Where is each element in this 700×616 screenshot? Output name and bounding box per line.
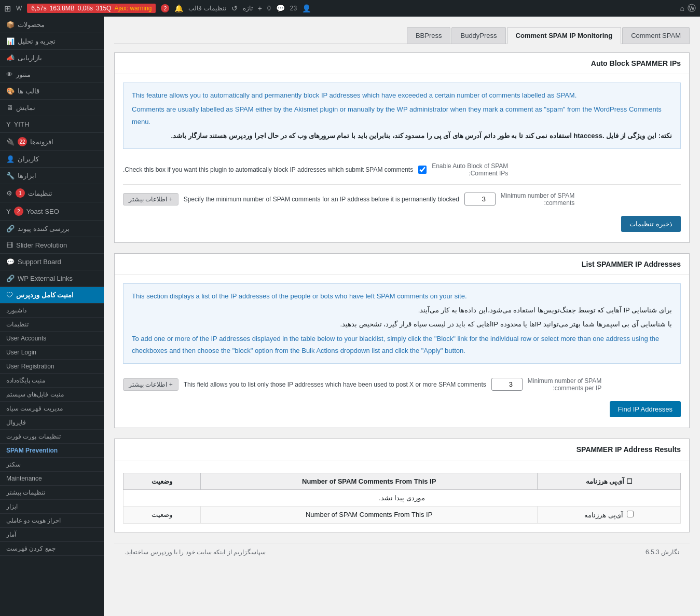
- settings-badge: 1: [16, 188, 25, 198]
- sidebar-item-analytics[interactable]: تجزیه و تحلیل 📊: [0, 33, 104, 50]
- list-info-line4: To add one or more of the IP addresses d…: [132, 333, 672, 357]
- submenu-2fa-label: احراز هویت دو عاملی: [6, 517, 61, 524]
- min-per-ip-input[interactable]: [491, 378, 523, 391]
- info-line2: Comments are usually labelled as SPAM ei…: [132, 103, 672, 128]
- analytics-label: تجزیه و تحلیل: [18, 37, 56, 45]
- users-count[interactable]: 23: [290, 5, 297, 12]
- main-layout: محصولات 📦 تجزیه و تحلیل 📊 بازاریابی 📣 من…: [0, 17, 700, 616]
- comments-count[interactable]: 0: [267, 5, 271, 12]
- products-label: محصولات: [18, 21, 45, 29]
- list-spammer-section: List SPAMMER IP Addresses This section d…: [114, 253, 690, 428]
- submenu-collapse[interactable]: جمع کردن فهرست: [0, 542, 104, 556]
- wp-logo[interactable]: ⊞: [4, 4, 11, 13]
- sidebar-item-plugins[interactable]: افزونه‌ها 22 🔌: [0, 133, 104, 151]
- admin-sidebar: محصولات 📦 تجزیه و تحلیل 📊 بازاریابی 📣 من…: [0, 17, 104, 616]
- slider-icon: 🎞: [6, 241, 13, 249]
- table-header-ip: ☐ آی‌پی هرزنامه: [538, 473, 681, 489]
- min-spam-input[interactable]: [464, 193, 496, 206]
- user-icon[interactable]: 👤: [302, 4, 311, 12]
- comment-icon[interactable]: 💬: [276, 4, 285, 12]
- bell-icon[interactable]: 🔔: [174, 4, 183, 12]
- footer-text: سپاسگزاریم از اینکه سایت خود را با وردپر…: [125, 549, 266, 556]
- submenu-db-security[interactable]: منیت پایگاه‌داده: [0, 374, 104, 388]
- submenu-blacklist[interactable]: مدیریت فهرست سیاه: [0, 402, 104, 416]
- submenu-user-registration[interactable]: User Registration: [0, 360, 104, 374]
- wp-version: نگارش 6.5.3: [646, 549, 679, 556]
- save-settings-btn-1[interactable]: ذخیره تنظیمات: [621, 216, 681, 232]
- sidebar-item-products[interactable]: محصولات 📦: [0, 17, 104, 33]
- sidebar-item-templates[interactable]: قالب ها 🎨: [0, 83, 104, 100]
- sidebar-item-display[interactable]: نمایش 🖥: [0, 100, 104, 116]
- submenu-db-security-label: منیت پایگاه‌داده: [6, 377, 45, 384]
- submenu-tools[interactable]: ابزار: [0, 500, 104, 514]
- sidebar-item-all-in-one-security[interactable]: امنیت کامل وردپرس 🛡: [0, 287, 104, 304]
- home-icon[interactable]: ⌂: [680, 4, 684, 12]
- submenu-misc-settings[interactable]: تنظیمات بیشتر: [0, 486, 104, 500]
- sidebar-item-external-links[interactable]: WP External Links 🔗: [0, 270, 104, 287]
- submenu-user-registration-label: User Registration: [6, 363, 54, 370]
- table-cell-status-2: وضعیت: [123, 506, 201, 523]
- enable-desc: Check this box if you want this plugin t…: [123, 166, 413, 173]
- sidebar-item-mentor[interactable]: منتور 👁: [0, 66, 104, 83]
- refresh-icon[interactable]: ↺: [231, 4, 238, 12]
- submenu-settings[interactable]: تنظیمات: [0, 318, 104, 332]
- table-row-empty: موردی پیدا نشد.: [123, 489, 681, 506]
- sidebar-item-tools[interactable]: ابزارها 🔧: [0, 168, 104, 184]
- find-ip-btn[interactable]: Find IP Addresses: [610, 401, 681, 417]
- tools-label: ابزارها: [18, 172, 36, 180]
- submenu-file-security[interactable]: منیت فایل‌های سیستم: [0, 388, 104, 402]
- min-per-ip-desc: This field allows you to list only those…: [184, 381, 486, 388]
- submenu-user-login[interactable]: User Login: [0, 346, 104, 360]
- sidebar-item-users[interactable]: کاربران 👤: [0, 151, 104, 168]
- table-cell-count-2: Number of SPAM Comments From This IP: [201, 506, 538, 523]
- min-spam-label: Minimum number of SPAM comments:: [501, 192, 574, 207]
- sidebar-item-yith[interactable]: YITH Y: [0, 116, 104, 133]
- row2-checkbox[interactable]: [627, 511, 634, 517]
- sidebar-item-marketing[interactable]: بازاریابی 📣: [0, 50, 104, 66]
- tab-comment-spam-ip[interactable]: Comment SPAM IP Monitoring: [507, 27, 622, 44]
- submenu-maintenance[interactable]: Maintenance: [0, 472, 104, 486]
- settings-label[interactable]: تنظیمات قالب: [188, 5, 226, 12]
- site-name[interactable]: W: [16, 5, 22, 12]
- external-links-label: WP External Links: [18, 275, 73, 282]
- settings-menu-label: تنظیمات: [28, 189, 52, 197]
- sidebar-item-slider[interactable]: Slider Revolution 🎞: [0, 237, 104, 254]
- users-icon: 👤: [6, 155, 15, 163]
- adminbar-right: ⌂ Ⓦ: [680, 3, 696, 14]
- submenu-firewall[interactable]: فایروال: [0, 416, 104, 430]
- min-spam-more-info-btn[interactable]: + اطلاعات بیشتر: [123, 193, 179, 206]
- min-spam-desc: Specify the minimum number of SPAM comme…: [184, 196, 459, 203]
- templates-label: قالب ها: [18, 87, 39, 95]
- submenu-spam-prevention[interactable]: SPAM Prevention: [0, 444, 104, 458]
- table-header-count: Number of SPAM Comments From This IP: [201, 473, 538, 489]
- min-per-ip-more-info-btn[interactable]: + اطلاعات بیشتر: [123, 378, 179, 391]
- min-spam-row: Minimum number of SPAM comments: Specify…: [123, 187, 681, 212]
- tab-buddypress[interactable]: BuddyPress: [451, 27, 505, 44]
- submenu-2fa[interactable]: احراز هویت دو عاملی: [0, 514, 104, 528]
- wordpress-icon[interactable]: Ⓦ: [688, 3, 696, 14]
- auto-block-title: Auto Block SPAMMER IPs: [115, 53, 689, 74]
- submenu-scanner[interactable]: سکنر: [0, 458, 104, 472]
- tab-comment-spam[interactable]: Comment SPAM: [622, 27, 690, 44]
- sidebar-item-link-checker[interactable]: بررسی کننده پیوند 🔗: [0, 221, 104, 237]
- sidebar-item-support-board[interactable]: Support Board 💬: [0, 254, 104, 270]
- enable-auto-block-checkbox[interactable]: [418, 166, 427, 174]
- analytics-icon: 📊: [6, 37, 15, 45]
- sidebar-item-settings[interactable]: تنظیمات 1 ⚙: [0, 184, 104, 202]
- submenu-user-accounts[interactable]: User Accounts: [0, 332, 104, 346]
- sidebar-item-yoast[interactable]: Yoast SEO 2 Y: [0, 202, 104, 221]
- min-per-ip-label: Minimum number of SPAM comments per IP:: [528, 377, 601, 392]
- submenu-stats[interactable]: آمار: [0, 528, 104, 542]
- mentor-icon: 👁: [6, 71, 13, 78]
- submenu-dashboard[interactable]: داشبورد: [0, 304, 104, 318]
- submenu-firewall-label: فایروال: [6, 419, 26, 426]
- plus-icon[interactable]: +: [258, 4, 262, 12]
- submenu-brute-force[interactable]: تنظیمات پورت فورت: [0, 430, 104, 444]
- submenu-tools-label: ابزار: [6, 503, 18, 510]
- debug-ajax: Ajax: warning: [114, 5, 152, 12]
- updates-label[interactable]: تازه: [243, 5, 253, 12]
- list-info-line3: با شناسایی آی بی اسپمرها شما بهتر می‌توا…: [132, 318, 672, 330]
- notifications-badge[interactable]: 2: [161, 4, 169, 12]
- slider-label: Slider Revolution: [16, 241, 67, 249]
- tab-bbpress[interactable]: BBPress: [407, 27, 451, 44]
